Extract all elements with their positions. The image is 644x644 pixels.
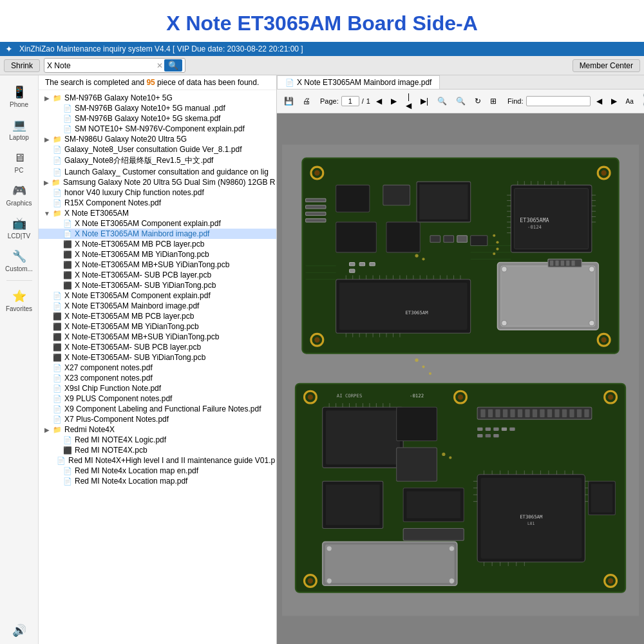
pdf-fit-button[interactable]: ⊞ — [487, 95, 500, 107]
tree-item[interactable]: 📄 Launch Galaxy_ Customer consultation a… — [39, 167, 276, 177]
tree-item[interactable]: 📄 SM-N976B Galaxy Note10+ 5G manual .pdf — [39, 103, 276, 113]
pdf-prev-button[interactable]: ◀ — [373, 95, 385, 107]
shrink-button[interactable]: Shrink — [4, 59, 40, 72]
svg-point-102 — [308, 578, 313, 583]
tree-item[interactable]: 📄 Red MI Note4x Location map.pdf — [39, 476, 276, 486]
logo-icon: ✦ — [5, 44, 13, 54]
tree-item[interactable]: ⬛ X Note-ET3065AM MB+SUB YiDianTong.pcb — [39, 260, 276, 270]
tree-item[interactable]: 📄 honor V40 luxury Chip function notes.p… — [39, 187, 276, 198]
tree-item-label: SM-N976B Galaxy Note10+ 5G — [64, 93, 173, 102]
pdf-zoom-out-button[interactable]: 🔍 — [453, 95, 469, 107]
sidebar-item-phone[interactable]: 📱 Phone — [1, 80, 37, 112]
svg-point-85 — [502, 267, 507, 272]
pcb-file-icon: ⬛ — [53, 343, 62, 352]
tree-item[interactable]: ▶ 📁 SM-N986U Galaxy Note20 Ultra 5G — [39, 134, 276, 144]
tree-item[interactable]: ▼ 📁 X Note ET3065AM — [39, 208, 276, 218]
tree-item-label: X9 PLUS Component notes.pdf — [64, 394, 172, 403]
tree-item-label: SM-N976B Galaxy Note10+ 5G manual .pdf — [75, 104, 225, 113]
tree-item[interactable]: ▶ 📁 Redmi Note4X — [39, 424, 276, 435]
tree-item[interactable]: ⬛ X Note-ET3065AM MB YiDianTong.pcb — [39, 249, 276, 260]
tree-item[interactable]: 📄 X Note ET3065AM Mainbord image.pdf — [39, 301, 276, 311]
tree-item[interactable]: ⬛ X Note-ET3065AM MB PCB layer.pcb — [39, 239, 276, 249]
tree-item[interactable]: 📄 Red MI Note4x Location map en.pdf — [39, 466, 276, 476]
svg-rect-150 — [326, 485, 380, 526]
pdf-find-prev-button[interactable]: ◀ — [593, 95, 605, 107]
tree-item[interactable]: 📄 X Note ET3065AM Mainbord image.pdf — [39, 229, 276, 239]
toolbar: Shrink ✕ 🔍 Member Center — [0, 56, 644, 75]
tree-item[interactable]: 📄 X Note ET3065AM Component explain.pdf — [39, 218, 276, 229]
pdf-file-icon: 📄 — [53, 199, 62, 207]
svg-point-106 — [458, 394, 463, 399]
tree-item[interactable]: 📄 X27 component notes.pdf — [39, 363, 276, 373]
sidebar-item-lcdtv[interactable]: 📺 LCD|TV — [1, 212, 37, 243]
pdf-find-next-button[interactable]: ▶ — [608, 95, 620, 107]
pdf-zoom-in-button[interactable]: 🔍 — [434, 95, 450, 107]
svg-point-204 — [449, 457, 451, 459]
pdf-tab-active[interactable]: 📄 X Note ET3065AM Mainbord image.pdf — [277, 75, 440, 89]
pdf-rotate-button[interactable]: ↻ — [471, 95, 484, 107]
sidebar-item-graphics[interactable]: 🎮 Graphics — [1, 179, 37, 211]
pdf-first-button[interactable]: |◀ — [402, 91, 415, 111]
tree-item[interactable]: 📄 SM-N976B Galaxy Note10+ 5G skema.pdf — [39, 113, 276, 124]
pdf-save-button[interactable]: 💾 — [281, 95, 297, 107]
svg-point-104 — [608, 578, 613, 583]
pdf-find-input[interactable] — [526, 96, 591, 106]
search-clear-icon[interactable]: ✕ — [156, 61, 163, 70]
tree-item[interactable]: ⬛ X Note-ET3065AM MB YiDianTong.pcb — [39, 321, 276, 332]
tree-item[interactable]: 📄 R15X Component Notes.pdf — [39, 198, 276, 208]
tree-item[interactable]: 📄 X Note ET3065AM Component explain.pdf — [39, 290, 276, 301]
pdf-page-input[interactable] — [341, 96, 359, 106]
tree-item[interactable]: 📄 X23 component notes.pdf — [39, 373, 276, 383]
pdf-search-all-button[interactable]: 🔍🔍 — [639, 91, 644, 111]
tree-item[interactable]: ⬛ X Note-ET3065AM- SUB PCB layer.pcb — [39, 342, 276, 352]
tree-item[interactable]: ⬛ X Note-ET3065AM MB PCB layer.pcb — [39, 311, 276, 321]
svg-rect-160 — [480, 409, 485, 417]
member-center-button[interactable]: Member Center — [573, 59, 640, 72]
search-box: ✕ 🔍 — [44, 58, 185, 73]
tree-item[interactable]: 📄 X9sI Chip Function Note.pdf — [39, 383, 276, 393]
pdf-next-button[interactable]: ▶ — [388, 95, 400, 107]
pdf-file-icon: 📄 — [63, 477, 72, 486]
tree-item[interactable]: ⬛ X Note-ET3065AM- SUB YiDianTong.pcb — [39, 280, 276, 290]
sidebar-item-audio[interactable]: 🔊 — [1, 619, 37, 642]
pdf-page-label: Page: — [320, 97, 339, 105]
folder-icon: 📁 — [53, 135, 62, 144]
pdf-highlight-button[interactable]: Aa — [623, 97, 637, 106]
svg-rect-91 — [555, 260, 558, 265]
svg-point-196 — [496, 248, 498, 251]
pdf-file-icon: 📄 — [57, 457, 66, 465]
tree-item[interactable]: 📄 Red MI NOTE4X Logic.pdf — [39, 435, 276, 445]
tree-item[interactable]: 📄 X9 Component Labeling and Functional F… — [39, 404, 276, 414]
tree-item[interactable]: ▶ 📁 Samsung Galaxy Note 20 Ultra 5G Dual… — [39, 177, 276, 187]
search-input[interactable] — [47, 61, 155, 70]
sidebar-item-pc[interactable]: 🖥 PC — [1, 146, 37, 178]
svg-rect-180 — [493, 428, 498, 431]
tree-item[interactable]: ⬛ X Note-ET3065AM- SUB PCB layer.pcb — [39, 270, 276, 280]
svg-rect-49 — [471, 236, 488, 246]
sidebar-item-laptop[interactable]: 💻 Laptop — [1, 113, 37, 145]
tree-item[interactable]: 📄 Galaxy_Note8_User consultation Guide V… — [39, 144, 276, 155]
tree-item[interactable]: ⬛ X Note-ET3065AM- SUB YiDianTong.pcb — [39, 352, 276, 363]
sidebar-item-custom[interactable]: 🔧 Custom... — [1, 245, 37, 276]
pdf-print-button[interactable]: 🖨 — [299, 95, 314, 107]
tree-item[interactable]: 📄 X9 PLUS Component notes.pdf — [39, 393, 276, 404]
svg-rect-47 — [444, 236, 454, 242]
tree-item[interactable]: 📄 SM NOTE10+ SM-N976V-Component explain.… — [39, 124, 276, 134]
tree-item[interactable]: ▶ 📁 SM-N976B Galaxy Note10+ 5G — [39, 93, 276, 103]
tree-item[interactable]: ⬛ Red MI NOTE4X.pcb — [39, 445, 276, 455]
pdf-last-button[interactable]: ▶| — [417, 95, 431, 107]
search-result-prefix: The search is completed and — [45, 78, 146, 87]
tree-item[interactable]: 📄 X7 Plus-Component Notes.pdf — [39, 414, 276, 424]
tree-item[interactable]: ⬛ X Note-ET3065AM MB+SUB YiDianTong.pcb — [39, 332, 276, 342]
pcb-file-icon: ⬛ — [63, 271, 72, 279]
tree-item-label: X Note ET3065AM — [64, 209, 129, 218]
svg-text:L01: L01 — [527, 521, 535, 526]
svg-rect-152 — [397, 448, 437, 481]
tree-item[interactable]: 📄 Galaxy_Note8介绍最终版_Rev1.5_中文.pdf — [39, 155, 276, 167]
search-go-button[interactable]: 🔍 — [164, 59, 182, 71]
tree-item-label: SM-N986U Galaxy Note20 Ultra 5G — [64, 135, 187, 144]
pcb-file-icon: ⬛ — [63, 240, 72, 249]
svg-rect-50 — [350, 263, 355, 266]
sidebar-item-favorites[interactable]: ⭐ Favorites — [1, 285, 37, 316]
tree-item[interactable]: 📄 Red MI Note4X+High level I and II main… — [39, 455, 276, 466]
